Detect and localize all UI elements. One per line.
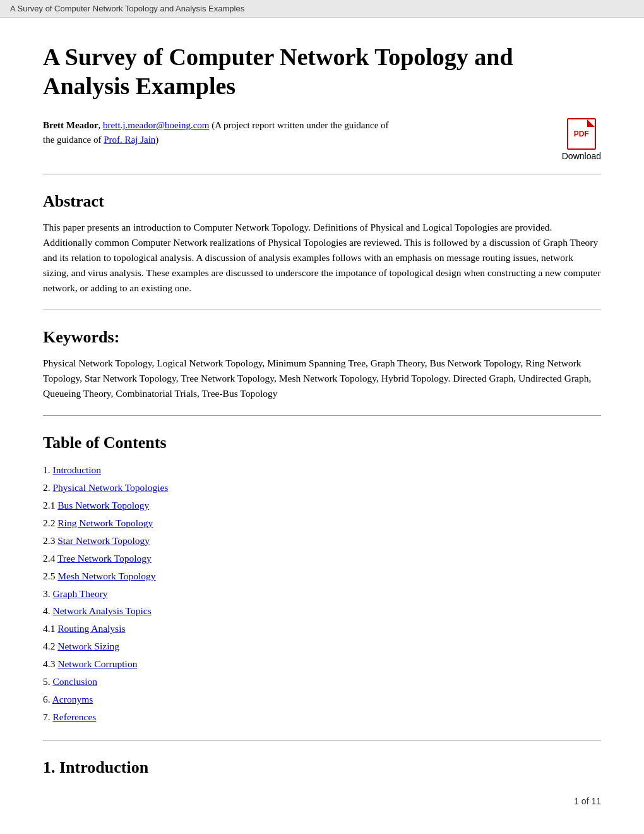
toc-link-acronyms[interactable]: Acronyms [52, 694, 93, 704]
introduction-heading: 1. Introduction [43, 758, 601, 777]
list-item: 5. Conclusion [43, 673, 601, 691]
toc-link-ring[interactable]: Ring Network Topology [57, 517, 153, 528]
author-email-link[interactable]: brett.j.meador@boeing.com [103, 120, 209, 130]
list-item: 2.4 Tree Network Topology [43, 550, 601, 567]
toc-link-bus[interactable]: Bus Network Topology [57, 500, 149, 511]
list-item: 4. Network Analysis Topics [43, 602, 601, 620]
author-name: Brett Meador [43, 120, 98, 130]
download-area[interactable]: PDF Download [562, 118, 601, 161]
toc-link-mesh[interactable]: Mesh Network Topology [57, 571, 155, 581]
toc-link-graph[interactable]: Graph Theory [53, 588, 108, 599]
pdf-icon: PDF [567, 118, 596, 150]
list-item: 2.2 Ring Network Topology [43, 514, 601, 532]
list-item: 4.2 Network Sizing [43, 638, 601, 655]
toc-link-star[interactable]: Star Network Topology [57, 535, 150, 546]
toc-link-tree[interactable]: Tree Network Topology [57, 553, 152, 564]
divider-3 [43, 740, 601, 740]
toc-link-sizing[interactable]: Network Sizing [57, 641, 119, 651]
list-item: 2.5 Mesh Network Topology [43, 567, 601, 585]
pdf-text: PDF [574, 130, 589, 138]
abstract-body: This paper presents an introduction to C… [43, 220, 601, 296]
author-section: Brett Meador, brett.j.meador@boeing.com … [43, 118, 601, 174]
list-item: 6. Acronyms [43, 691, 601, 708]
toc-link-conclusion[interactable]: Conclusion [53, 676, 98, 687]
author-text: Brett Meador, brett.j.meador@boeing.com … [43, 118, 389, 147]
tab-title: A Survey of Computer Network Topology an… [10, 4, 244, 13]
main-title: A Survey of Computer Network Topology an… [43, 43, 601, 100]
keywords-heading: Keywords: [43, 328, 601, 347]
divider-2 [43, 415, 601, 416]
list-item: 1. Introduction [43, 461, 601, 479]
list-item: 2.1 Bus Network Topology [43, 497, 601, 514]
download-label[interactable]: Download [562, 151, 601, 161]
toc-link-intro[interactable]: Introduction [53, 464, 102, 475]
browser-tab: A Survey of Computer Network Topology an… [0, 0, 644, 18]
toc-link-physical[interactable]: Physical Network Topologies [53, 482, 169, 493]
toc-heading: Table of Contents [43, 433, 601, 452]
divider-1 [43, 310, 601, 310]
list-item: 2. Physical Network Topologies [43, 479, 601, 497]
list-item: 3. Graph Theory [43, 585, 601, 603]
list-item: 4.1 Routing Analysis [43, 620, 601, 638]
page-footer: 1 of 11 [43, 796, 601, 806]
toc-link-analysis[interactable]: Network Analysis Topics [53, 605, 152, 616]
list-item: 7. References [43, 708, 601, 726]
toc-link-references[interactable]: References [53, 711, 97, 722]
advisor-link[interactable]: Prof. Raj Jain [104, 135, 155, 145]
page-container: A Survey of Computer Network Topology an… [0, 18, 644, 831]
toc-link-corruption[interactable]: Network Corruption [57, 658, 137, 669]
toc-list: 1. Introduction 2. Physical Network Topo… [43, 461, 601, 725]
keywords-body: Physical Network Topology, Logical Netwo… [43, 356, 601, 401]
abstract-heading: Abstract [43, 192, 601, 211]
toc-link-routing[interactable]: Routing Analysis [57, 623, 125, 634]
author-project-desc: (A project report written under the guid… [212, 120, 388, 130]
list-item: 4.3 Network Corruption [43, 655, 601, 673]
page-number: 1 of 11 [574, 796, 601, 806]
list-item: 2.3 Star Network Topology [43, 532, 601, 550]
